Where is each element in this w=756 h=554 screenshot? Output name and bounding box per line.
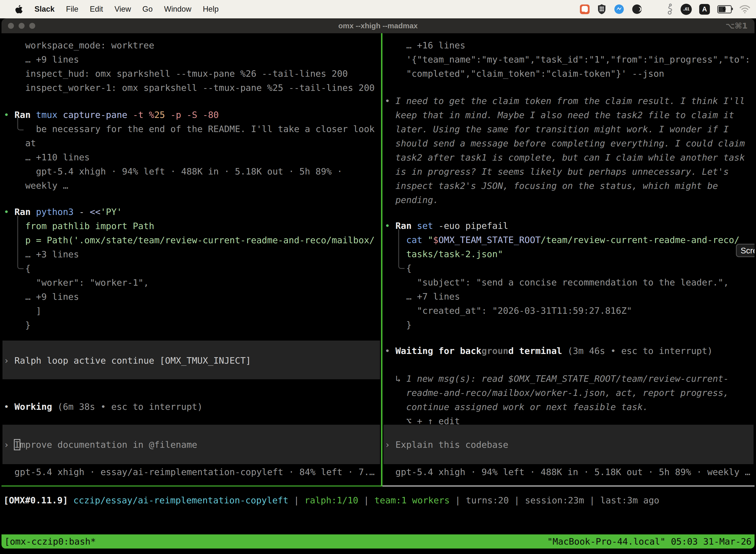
terminal-line: pending. — [385, 193, 755, 207]
screen-tooltip: Scre — [736, 244, 755, 257]
menu-view[interactable]: View — [109, 5, 137, 14]
text-run: be necessary for the end of the README. … — [4, 124, 375, 134]
text-run: Explain this codebase — [395, 440, 508, 450]
terminal-line: … +3 lines — [4, 247, 381, 261]
output-connector — [398, 229, 404, 269]
terminal-line: later. Using the same for transition mig… — [385, 122, 755, 136]
menu-go[interactable]: Go — [137, 5, 158, 14]
menu-window[interactable]: Window — [158, 5, 197, 14]
percent-badge[interactable]: ..61 — [681, 4, 692, 15]
text-run: inspect_hud: omx sparkshell --tmux-pane … — [4, 68, 348, 79]
ran-set-block: • Ran set -euo pipefail cat "$OMX_TEAM_S… — [385, 219, 755, 332]
text-run: turns:20 — [466, 495, 509, 505]
text-run: ] — [4, 306, 42, 316]
terminal-line: "completed","claim_token":"claim-token"}… — [385, 66, 755, 81]
text-run: gpt-5.4 xhigh · 94% left · 488K in · 5.1… — [4, 166, 342, 176]
tmux-status-bar: [omx-cczip0:bash* "MacBook-Pro-44.local"… — [1, 535, 755, 549]
menu-file[interactable]: File — [60, 5, 84, 14]
wifi-icon[interactable] — [739, 5, 751, 14]
config-tail-output: workspace_mode: worktree … +9 lines insp… — [4, 38, 381, 95]
text-run: | — [289, 495, 305, 505]
menu-bar: Slack File Edit View Go Window Help — [0, 0, 756, 18]
menu-app-name[interactable]: Slack — [29, 5, 60, 14]
text-run: (6m 38s • esc to interrupt) — [58, 402, 203, 412]
text-run: ralph:1/10 — [305, 495, 359, 505]
battery-icon[interactable] — [717, 5, 732, 13]
terminal-line: • Waiting for background terminal (3m 46… — [385, 344, 755, 358]
apple-menu-icon[interactable] — [9, 5, 29, 14]
terminal-line: be necessary for the end of the README. … — [4, 122, 381, 136]
terminal-line: gpt-5.4 xhigh · essay/ai-reimplementatio… — [4, 465, 381, 479]
crescent-circle-icon[interactable] — [632, 4, 642, 14]
text-run: | — [584, 495, 600, 505]
chat-bubble-status-icon[interactable] — [580, 4, 589, 14]
text-run: task2 after task1 is complete, but can I… — [385, 152, 745, 163]
text-run: | — [509, 495, 525, 505]
messenger-bolt-icon[interactable] — [614, 4, 624, 14]
text-run: cczip/essay/ai-reimplementation-copyleft — [73, 495, 289, 505]
terminal-line: continue assigned work or next feasible … — [385, 400, 755, 414]
text-run: I need to get the claim token from the c… — [395, 96, 745, 106]
prompt-input-left-text: › Improve documentation in @filename — [2, 425, 380, 452]
text-run: | — [359, 495, 375, 505]
ralph-loop-line: › Ralph loop active continue [OMX_TMUX_I… — [2, 340, 380, 368]
terminal-line: task2 after task1 is complete, but can I… — [385, 151, 755, 165]
text-run: › — [4, 440, 14, 450]
text-run: -t — [133, 110, 149, 120]
text-run: keep that in mind. Maybe I also need the… — [385, 110, 734, 120]
terminal-line: … +110 lines — [4, 150, 381, 164]
text-run: "subject": "send a concise recommendatio… — [385, 277, 729, 287]
dots-grid-icon[interactable] — [649, 4, 659, 14]
tmux-host-clock: "MacBook-Pro-44.local" 05:03 31-Mar-26 — [547, 535, 752, 549]
prompt-input-left[interactable]: › Improve documentation in @filename — [2, 425, 380, 464]
pane-bottom-border-left — [1, 486, 382, 487]
pane-right[interactable]: … +16 lines '{"team_name":"my-team","tas… — [382, 33, 755, 486]
text-run: [OMX#0.11.9] — [3, 495, 73, 505]
ran-python-block: • Ran python3 - <<'PY' from pathlib impo… — [4, 205, 381, 332]
chat-bubble-inner — [582, 6, 588, 12]
text-run: Working — [14, 402, 57, 412]
menu-bar-status-icons: ..61 A — [580, 3, 756, 15]
terminal-line: tasks/task-2.json" — [385, 247, 755, 261]
terminal-line: at — [4, 136, 381, 150]
text-run: • — [385, 346, 395, 356]
input-source-badge[interactable]: A — [699, 4, 710, 15]
text-run: pending. — [385, 195, 439, 205]
terminal-line: inspect_hud: omx sparkshell --tmux-pane … — [4, 66, 381, 81]
text-run: << — [90, 207, 101, 217]
text-run: | — [450, 495, 466, 505]
window-titlebar[interactable]: omx --xhigh --madmax ⌥⌘1 — [1, 18, 755, 33]
menu-help[interactable]: Help — [197, 5, 225, 14]
text-run: at — [4, 138, 36, 148]
prompt-input-right[interactable]: › Explain this codebase — [383, 425, 754, 464]
prompt-input-right-text: › Explain this codebase — [383, 425, 754, 452]
text-run: Ralph loop active continue [OMX_TMUX_INJ… — [14, 355, 251, 366]
shield-icon[interactable] — [597, 4, 607, 15]
text-run: • — [4, 207, 14, 217]
text-run: team:1 workers — [375, 495, 450, 505]
hook-squiggle-icon[interactable] — [667, 3, 673, 15]
text-run: capture-pane — [63, 110, 133, 120]
terminal-line: … +7 lines — [385, 289, 755, 303]
terminal-line: from pathlib import Path — [4, 219, 381, 233]
menu-bar-left: Slack File Edit View Go Window Help — [0, 5, 224, 14]
text-run: later. Using the same for transition mig… — [385, 124, 729, 134]
terminal-line: ↳ 1 new msg(s): read $OMX_TEAM_STATE_ROO… — [385, 372, 755, 386]
ran-tmux-block: • Ran tmux capture-pane -t %25 -p -S -80… — [4, 108, 381, 192]
terminal-window: omx --xhigh --madmax ⌥⌘1 workspace_mode:… — [1, 18, 755, 549]
working-status-line: • Working (6m 38s • esc to interrupt) — [4, 400, 381, 414]
tmux-session-label: [omx-cczip0:bash* — [4, 535, 96, 549]
text-run: readme-and-reco/mailbox/worker-1.json, a… — [385, 388, 729, 398]
ralph-loop-bar: › Ralph loop active continue [OMX_TMUX_I… — [2, 340, 380, 379]
text-run: " — [428, 235, 433, 245]
pane-bottom-border-right — [382, 486, 755, 487]
text-run: • — [385, 221, 395, 231]
new-message-note: ↳ 1 new msg(s): read $OMX_TEAM_STATE_ROO… — [385, 372, 755, 428]
pane-left[interactable]: workspace_mode: worktree … +9 lines insp… — [1, 33, 381, 486]
text-run: cat — [406, 235, 428, 245]
text-run: -p — [170, 110, 187, 120]
menu-edit[interactable]: Edit — [84, 5, 109, 14]
text-run: tmux — [36, 110, 63, 120]
text-run: workspace_mode: worktree — [4, 40, 154, 50]
terminal-content: workspace_mode: worktree … +9 lines insp… — [1, 33, 755, 549]
